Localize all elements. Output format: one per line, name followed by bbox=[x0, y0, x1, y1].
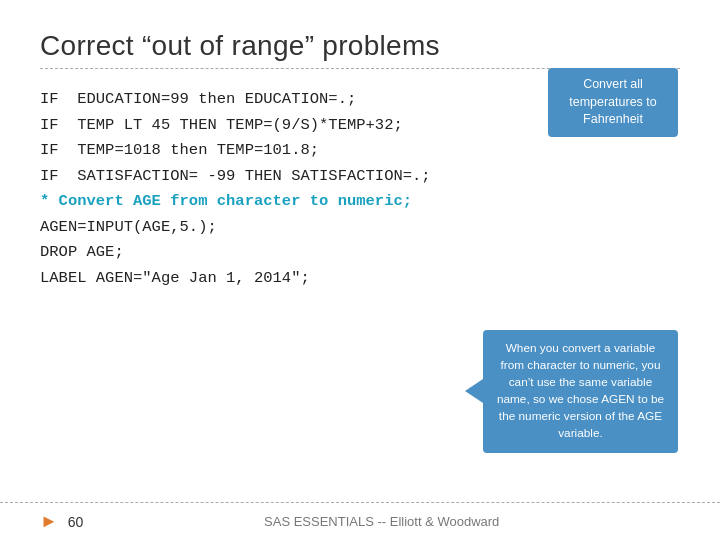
footer-page-number: 60 bbox=[68, 514, 84, 530]
footer: ► 60 SAS ESSENTIALS -- Elliott & Woodwar… bbox=[0, 502, 720, 540]
fahrenheit-callout: Convert all temperatures to Fahrenheit bbox=[548, 68, 678, 137]
footer-arrow-icon: ► bbox=[40, 511, 58, 532]
fahrenheit-callout-text: Convert all temperatures to Fahrenheit bbox=[569, 77, 657, 126]
slide-title: Correct “out of range” problems bbox=[40, 30, 680, 62]
agen-callout-text: When you convert a variable from charact… bbox=[497, 341, 664, 440]
code-line-4: IF SATISFACTION= -99 THEN SATISFACTION=.… bbox=[40, 164, 680, 190]
code-line-7: DROP AGE; bbox=[40, 240, 680, 266]
footer-center-text: SAS ESSENTIALS -- Elliott & Woodward bbox=[83, 514, 680, 529]
code-line-6: AGEN=INPUT(AGE,5.); bbox=[40, 215, 680, 241]
code-line-5: * Convert AGE from character to numeric; bbox=[40, 189, 680, 215]
code-line-8: LABEL AGEN="Age Jan 1, 2014"; bbox=[40, 266, 680, 292]
agen-callout: When you convert a variable from charact… bbox=[483, 330, 678, 453]
slide: Correct “out of range” problems Convert … bbox=[0, 0, 720, 540]
code-line-3: IF TEMP=1018 then TEMP=101.8; bbox=[40, 138, 680, 164]
